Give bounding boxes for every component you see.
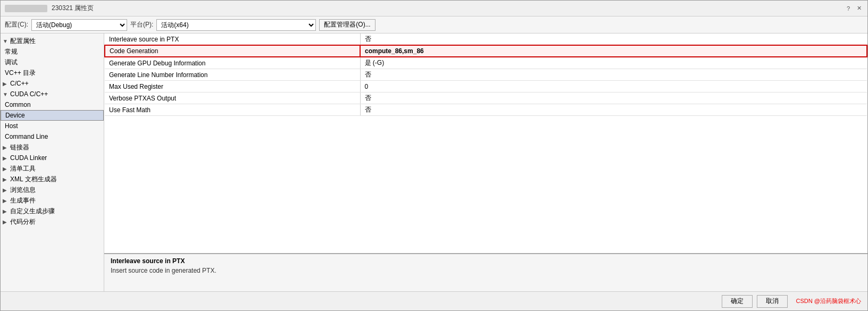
main-panel: Interleave source in PTX 否 Code Generati… — [104, 33, 867, 291]
table-row[interactable]: Interleave source in PTX 否 — [105, 33, 867, 45]
property-value: 是 (-G) — [360, 57, 867, 69]
sidebar-item-label: 清单工具 — [10, 164, 36, 173]
property-name: Max Used Register — [105, 81, 360, 93]
help-button[interactable]: ? — [844, 4, 853, 13]
property-name: Code Generation — [105, 45, 360, 57]
description-text: Insert source code in generated PTX. — [111, 267, 861, 274]
sidebar-item-host[interactable]: Host — [1, 121, 104, 131]
property-name: Verbose PTXAS Output — [105, 93, 360, 104]
property-value: 否 — [360, 69, 867, 81]
expand-arrow: ▶ — [3, 81, 8, 87]
sidebar-item-label: Common — [5, 101, 31, 108]
sidebar-item-cuda-cpp[interactable]: ▼ CUDA C/C++ — [1, 89, 104, 99]
property-table: Interleave source in PTX 否 Code Generati… — [104, 33, 867, 116]
sidebar-item-label: 代码分析 — [10, 217, 36, 226]
sidebar-item-label: 自定义生成步骤 — [10, 207, 55, 216]
footer-bar: 确定 取消 CSDN @沿药脑袋框术心 — [1, 291, 867, 310]
table-row[interactable]: Max Used Register 0 — [105, 81, 867, 93]
sidebar-item-label: XML 文档生成器 — [10, 175, 57, 184]
table-row-code-generation[interactable]: Code Generation compute_86,sm_86 — [105, 45, 867, 57]
table-row[interactable]: Use Fast Math 否 — [105, 104, 867, 116]
property-value: 否 — [360, 93, 867, 104]
platform-select[interactable]: 活动(x64) — [156, 19, 316, 31]
sidebar-item-label: 浏览信息 — [10, 186, 36, 195]
sidebar-item-label: CUDA Linker — [10, 154, 47, 162]
sidebar-item-label: VC++ 目录 — [5, 69, 36, 78]
sidebar-item-label: 链接器 — [10, 143, 29, 152]
description-panel: Interleave source in PTX Insert source c… — [104, 253, 867, 291]
platform-label: 平台(P): — [130, 20, 153, 29]
property-name: Generate GPU Debug Information — [105, 57, 360, 69]
sidebar-item-label: Host — [5, 122, 18, 130]
property-name: Interleave source in PTX — [105, 33, 360, 45]
config-select[interactable]: 活动(Debug) — [31, 19, 127, 31]
sidebar-item-label: CUDA C/C++ — [10, 90, 48, 98]
config-mgr-button[interactable]: 配置管理器(O)... — [319, 19, 375, 31]
property-value: 否 — [360, 33, 867, 45]
sidebar-item-cpp[interactable]: ▶ C/C++ — [1, 78, 104, 89]
expand-arrow: ▶ — [3, 176, 8, 182]
expand-arrow: ▶ — [3, 166, 8, 172]
sidebar-item-xml-gen[interactable]: ▶ XML 文档生成器 — [1, 174, 104, 184]
expand-arrow: ▶ — [3, 187, 8, 193]
sidebar-item-custom-build[interactable]: ▶ 自定义生成步骤 — [1, 206, 104, 216]
sidebar-item-debug[interactable]: 调试 — [1, 57, 104, 68]
sidebar-item-label: 调试 — [5, 58, 18, 67]
toolbar: 配置(C): 活动(Debug) 平台(P): 活动(x64) 配置管理器(O)… — [1, 16, 867, 33]
sidebar-item-vcpp-dirs[interactable]: VC++ 目录 — [1, 68, 104, 78]
property-value: 否 — [360, 104, 867, 116]
ok-button[interactable]: 确定 — [722, 295, 753, 308]
sidebar-item-linker[interactable]: ▶ 链接器 — [1, 142, 104, 153]
table-row[interactable]: Verbose PTXAS Output 否 — [105, 93, 867, 104]
sidebar: ▼ 配置属性 常规 调试 VC++ 目录 ▶ C/C++ ▼ CUDA C/C+… — [1, 33, 104, 291]
sidebar-item-command-line[interactable]: Command Line — [1, 131, 104, 142]
sidebar-item-label: Command Line — [5, 133, 48, 140]
property-value: compute_86,sm_86 — [360, 45, 867, 57]
expand-arrow: ▶ — [3, 198, 8, 204]
property-value: 0 — [360, 81, 867, 93]
sidebar-item-label: 配置属性 — [10, 37, 36, 46]
sidebar-item-manifest-tool[interactable]: ▶ 清单工具 — [1, 163, 104, 174]
expand-arrow: ▶ — [3, 208, 8, 214]
property-name: Generate Line Number Information — [105, 69, 360, 81]
close-button[interactable]: ✕ — [855, 4, 863, 13]
config-label: 配置(C): — [5, 20, 28, 29]
sidebar-item-label: 常规 — [5, 47, 18, 56]
expand-arrow: ▼ — [3, 38, 8, 44]
sidebar-item-label: 生成事件 — [10, 196, 36, 205]
sidebar-item-device[interactable]: Device — [1, 110, 104, 121]
property-table-area: Interleave source in PTX 否 Code Generati… — [104, 33, 867, 253]
title-bar: 230321 属性页 ? ✕ — [1, 1, 867, 16]
sidebar-item-code-analysis[interactable]: ▶ 代码分析 — [1, 216, 104, 227]
expand-arrow: ▼ — [3, 91, 8, 97]
table-row[interactable]: Generate Line Number Information 否 — [105, 69, 867, 81]
title-bar-controls: ? ✕ — [844, 4, 863, 13]
expand-arrow: ▶ — [3, 219, 8, 225]
table-row[interactable]: Generate GPU Debug Information 是 (-G) — [105, 57, 867, 69]
watermark: CSDN @沿药脑袋框术心 — [796, 297, 861, 305]
sidebar-item-config-props[interactable]: ▼ 配置属性 — [1, 36, 104, 46]
sidebar-item-label: C/C++ — [10, 80, 29, 87]
expand-arrow: ▶ — [3, 155, 8, 161]
description-title: Interleave source in PTX — [111, 257, 861, 265]
sidebar-item-build-events[interactable]: ▶ 生成事件 — [1, 195, 104, 206]
content-area: ▼ 配置属性 常规 调试 VC++ 目录 ▶ C/C++ ▼ CUDA C/C+… — [1, 33, 867, 291]
expand-arrow: ▶ — [3, 145, 8, 150]
cancel-button[interactable]: 取消 — [757, 295, 788, 308]
property-name: Use Fast Math — [105, 104, 360, 116]
sidebar-item-label: Device — [5, 112, 25, 119]
main-window: 230321 属性页 ? ✕ 配置(C): 活动(Debug) 平台(P): 活… — [0, 0, 868, 311]
title-icon — [5, 5, 47, 12]
window-title: 230321 属性页 — [52, 4, 844, 13]
sidebar-item-common[interactable]: Common — [1, 99, 104, 110]
sidebar-item-browse-info[interactable]: ▶ 浏览信息 — [1, 184, 104, 195]
sidebar-item-cuda-linker[interactable]: ▶ CUDA Linker — [1, 153, 104, 163]
sidebar-item-general[interactable]: 常规 — [1, 46, 104, 57]
